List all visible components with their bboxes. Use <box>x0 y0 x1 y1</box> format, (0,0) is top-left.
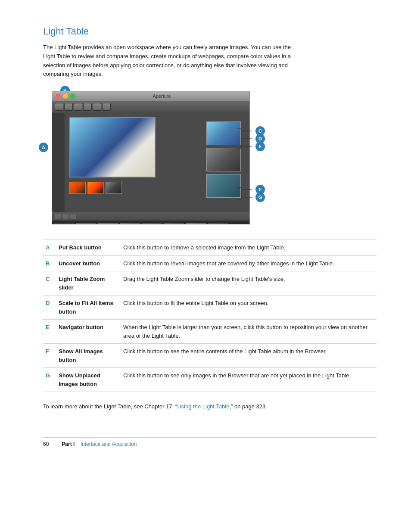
row-name: Scale to Fit All Items button <box>56 296 121 320</box>
footer-after-link: ,” on page 323. <box>229 403 267 410</box>
filmstrip-thumb-3 <box>98 223 118 224</box>
aperture-body <box>52 113 249 212</box>
screenshot-image: Aperture <box>52 91 250 224</box>
filmstrip-thumb-5 <box>142 223 162 224</box>
row-name: Light Table Zoom slider <box>56 271 121 296</box>
table-row: ENavigator buttonWhen the Light Table is… <box>43 320 377 344</box>
callout-A: A <box>39 143 48 152</box>
aperture-toolbar <box>52 101 249 113</box>
intro-text: The Light Table provides an open workspa… <box>43 43 293 79</box>
table-row: APut Back buttonClick this button to rem… <box>43 240 377 256</box>
screenshot-container: B A Aperture <box>52 91 377 226</box>
toolbar-btn-6 <box>102 103 111 111</box>
statusbar-btn-2 <box>62 214 68 219</box>
row-description: Drag the Light Table Zoom slider to chan… <box>121 271 377 296</box>
statusbar-btn-3 <box>70 214 76 219</box>
row-letter: D <box>43 296 56 320</box>
footer-part-label: Part I Interface and Acquisition <box>62 441 137 447</box>
row-description: Click this button to fit the entire Ligh… <box>121 296 377 320</box>
left-panel <box>52 113 65 212</box>
lt-small-images <box>69 182 122 194</box>
row-letter: A <box>43 240 56 256</box>
lt-right-images <box>206 121 241 198</box>
section-title: Light Table <box>43 26 377 37</box>
page-number: 60 <box>43 441 49 447</box>
aperture-statusbar <box>52 212 249 221</box>
page-container: Light Table The Light Table provides an … <box>0 0 411 473</box>
page-footer: 60 Part I Interface and Acquisition <box>43 437 377 447</box>
filmstrip-thumb-2 <box>76 223 97 224</box>
aperture-title: Aperture <box>78 93 246 99</box>
row-letter: B <box>43 255 56 271</box>
row-name: Show Unplaced Images button <box>56 368 121 392</box>
footer-text: To learn more about the Light Table, see… <box>43 402 377 411</box>
toolbar-btn-4 <box>83 103 92 111</box>
footer-part-bold: Part I <box>62 441 75 447</box>
light-table-main-area <box>65 113 249 212</box>
toolbar-btn-5 <box>93 103 101 111</box>
row-name: Show All Images button <box>56 344 121 368</box>
lt-small-img-2 <box>87 182 104 194</box>
maximize-btn <box>70 93 75 99</box>
filmstrip-thumb-7 <box>186 223 206 224</box>
minimize-btn <box>63 93 68 99</box>
table-row: CLight Table Zoom sliderDrag the Light T… <box>43 271 377 296</box>
footer-before-link: To learn more about the Light Table, see… <box>43 403 177 410</box>
row-letter: F <box>43 344 56 368</box>
row-name: Put Back button <box>56 240 121 256</box>
row-name: Uncover button <box>56 255 121 271</box>
lt-right-img-3 <box>206 174 241 198</box>
aperture-filmstrip <box>52 221 249 224</box>
row-description: Click this button to remove a selected i… <box>121 240 377 256</box>
close-btn <box>56 93 61 99</box>
toolbar-btn-2 <box>64 103 73 111</box>
row-name: Navigator button <box>56 320 121 344</box>
row-description: Click this button to see the entire cont… <box>121 344 377 368</box>
filmstrip-thumb-8 <box>208 223 228 224</box>
toolbar-btn-3 <box>74 103 82 111</box>
statusbar-btn-1 <box>55 214 61 219</box>
lt-small-img-1 <box>69 182 86 194</box>
lt-right-img-1 <box>206 121 241 145</box>
table-row: DScale to Fit All Items buttonClick this… <box>43 296 377 320</box>
lt-main-image <box>69 117 156 177</box>
row-description: When the Light Table is larger than your… <box>121 320 377 344</box>
row-letter: E <box>43 320 56 344</box>
row-description: Click this button to reveal images that … <box>121 255 377 271</box>
lt-right-img-2 <box>206 148 241 171</box>
footer-link[interactable]: Using the Light Table <box>177 403 229 410</box>
filmstrip-thumb-1 <box>54 223 75 224</box>
callout-E: E <box>255 142 265 151</box>
table-row: BUncover buttonClick this button to reve… <box>43 255 377 271</box>
info-table: APut Back buttonClick this button to rem… <box>43 240 377 392</box>
footer-part-title: Interface and Acquisition <box>81 441 137 447</box>
table-row: FShow All Images buttonClick this button… <box>43 344 377 368</box>
row-description: Click this button to see only images in … <box>121 368 377 392</box>
table-row: GShow Unplaced Images buttonClick this b… <box>43 368 377 392</box>
toolbar-btn-1 <box>55 103 63 111</box>
lt-small-img-3 <box>106 182 122 194</box>
aperture-titlebar: Aperture <box>52 91 249 101</box>
screenshot-wrapper: B A Aperture <box>52 91 250 224</box>
filmstrip-thumb-6 <box>164 223 184 224</box>
row-letter: C <box>43 271 56 296</box>
callout-G: G <box>255 193 265 202</box>
row-letter: G <box>43 368 56 392</box>
filmstrip-thumb-4 <box>120 223 140 224</box>
